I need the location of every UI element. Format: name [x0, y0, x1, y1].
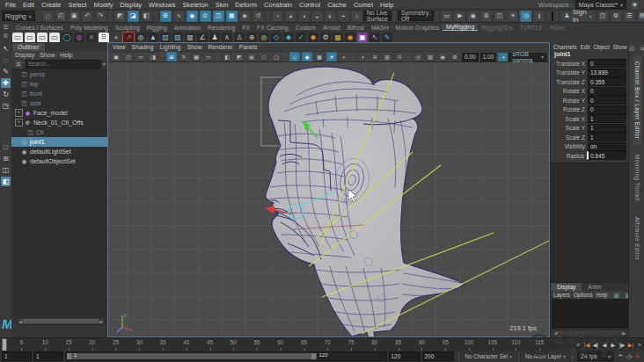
sphere-icon[interactable]: ◍	[74, 33, 84, 43]
animation-start-field[interactable]: 1	[2, 351, 32, 361]
outliner-item-ctl[interactable]: ◫Ctl	[11, 127, 107, 137]
menu-skin[interactable]: Skin	[212, 1, 232, 9]
menu-set-selector[interactable]: Rigging ▾	[2, 11, 35, 21]
lra-toggle-icon[interactable]: ⊕	[246, 33, 257, 43]
grid-toggle-icon[interactable]: ▦	[191, 52, 201, 62]
render-current-frame-icon[interactable]: ▶	[454, 11, 465, 22]
lattice-icon[interactable]: ⠿	[99, 33, 109, 43]
menu-comet[interactable]: Comet	[350, 1, 377, 9]
snap-curve-icon[interactable]: ∿	[173, 11, 185, 22]
pose-tool-icon[interactable]: ∧	[222, 33, 232, 43]
wireframe-icon[interactable]: ◇	[289, 52, 300, 62]
workspace-lock-icon[interactable]: ◈	[630, 0, 640, 10]
scroll-thumb[interactable]	[23, 319, 99, 323]
shelf-tab-rigging[interactable]: Rigging	[143, 25, 171, 31]
gamma-field[interactable]: 1.00	[480, 53, 497, 62]
construction-history-icon[interactable]: ◑	[298, 11, 310, 22]
layer-tab-anim[interactable]: Anim	[582, 283, 607, 291]
2d-pan-zoom-icon[interactable]: ⊞	[166, 52, 177, 62]
scale-tool-icon[interactable]: ◳	[1, 101, 11, 111]
channel-value-translate-x[interactable]: 0	[588, 59, 626, 68]
render-view-icon[interactable]: ▭	[441, 11, 452, 22]
hand-tool-icon[interactable]: ♙	[234, 33, 245, 43]
ipr-render-icon[interactable]: ◉	[467, 11, 479, 22]
layer-h-scrollbar[interactable]: ◀ ▶	[553, 329, 627, 337]
paint-skin-weights-icon[interactable]: ▧	[160, 33, 171, 43]
layer-list[interactable]	[552, 299, 628, 329]
shelf-tab-rendering[interactable]: Rendering	[204, 25, 238, 31]
layout-two-pane-icon[interactable]: ◫	[1, 165, 11, 175]
output-connections-icon[interactable]: ◕	[285, 11, 296, 22]
character-controls-icon[interactable]: ⚙	[611, 11, 622, 22]
shelf-tab-xgen[interactable]: XGen	[546, 25, 568, 31]
step-forward-frame-button[interactable]: |▶	[618, 342, 626, 348]
anim-layer-selector[interactable]: No Anim Layer ▾	[523, 353, 567, 359]
input-connections-icon[interactable]: ◔	[272, 11, 283, 22]
shelf-tab-mash[interactable]: MASH	[368, 25, 392, 31]
outliner-item-side[interactable]: ◫side	[11, 98, 107, 108]
step-forward-key-button[interactable]: ▶|	[626, 342, 635, 348]
hypershade-icon[interactable]: ◫	[494, 11, 505, 22]
play-backwards-button[interactable]: ◀	[600, 342, 609, 348]
check-icon[interactable]: ✓	[296, 33, 306, 43]
screen-space-ao-icon[interactable]: ◑	[357, 52, 368, 62]
shelf-button-4[interactable]: ▭	[49, 33, 60, 43]
snap-grid-icon[interactable]: ⊞	[160, 11, 172, 22]
menu-edit[interactable]: Edit	[19, 1, 38, 9]
symmetry-field[interactable]: Symmetry: Off	[398, 11, 434, 21]
channel-box-menu-edit[interactable]: Edit	[581, 44, 590, 50]
shaded-icon[interactable]: ◆	[302, 52, 312, 62]
move-tool-icon[interactable]: ✚	[1, 78, 11, 88]
search-input[interactable]: Search...	[26, 60, 101, 69]
gate-mask-icon[interactable]: ◩	[234, 52, 245, 62]
shelf-tab-poly-modeling[interactable]: Poly Modeling	[67, 25, 112, 31]
channel-value-translate-y[interactable]: 13.889	[588, 69, 626, 77]
history-icon[interactable]: ↺	[252, 11, 264, 22]
hammer-skin-weights-icon[interactable]: ▩	[185, 33, 195, 43]
viewport-menu-show[interactable]: Show	[187, 44, 201, 50]
live-surface-field[interactable]: No Live Surface	[363, 11, 392, 21]
playback-start-field[interactable]: 1	[33, 351, 63, 361]
channel-value-radius[interactable]: 0.645	[587, 151, 626, 160]
light-editor-icon[interactable]: ☀	[507, 11, 518, 22]
menu-constrain[interactable]: Constrain	[260, 1, 296, 9]
scroll-left-icon[interactable]: ◀	[18, 319, 22, 324]
character-set-selector[interactable]: No Character Set ▾	[464, 353, 514, 359]
connection-icon-5[interactable]: ◐	[325, 11, 336, 22]
add-joint-icon[interactable]: ◎	[259, 33, 269, 43]
control-create-icon[interactable]: ◇	[271, 33, 282, 43]
go-to-start-button[interactable]: «	[574, 342, 582, 348]
render-settings-icon[interactable]: ⚙	[480, 11, 492, 22]
bookmarks-icon[interactable]: ▭	[135, 52, 146, 62]
motion-blur-icon[interactable]: ≋	[370, 52, 380, 62]
current-time-marker[interactable]	[2, 338, 7, 351]
menu-control[interactable]: Control	[296, 1, 324, 9]
new-scene-icon[interactable]: □	[42, 11, 54, 22]
layout-four-pane-icon[interactable]: ⊞	[1, 154, 11, 163]
outliner-menu-display[interactable]: Display	[15, 52, 34, 58]
snap-point-icon[interactable]: ◉	[187, 11, 198, 22]
scroll-right-icon[interactable]: ▶	[99, 319, 103, 324]
control-parent-icon[interactable]: ◈	[283, 33, 294, 43]
menu-file[interactable]: File	[2, 1, 19, 9]
exposure-icon[interactable]: ⚙	[450, 52, 460, 62]
connection-icon-7[interactable]: ○	[351, 11, 362, 22]
right-tab-channel-box-layer-editor[interactable]: Channel Box / Layer Editor	[633, 55, 641, 145]
film-gate-icon[interactable]: ▭	[203, 52, 214, 62]
redo-icon[interactable]: ↷	[95, 11, 106, 22]
range-handle-right[interactable]	[311, 353, 316, 359]
outliner-h-scrollbar[interactable]: ◀ ▶	[17, 317, 105, 325]
shelf-button-1[interactable]: ▭	[12, 33, 23, 43]
outliner-item-front[interactable]: ◫front	[11, 89, 107, 98]
viewport-canvas[interactable]: 219.1 fps y	[108, 62, 549, 337]
open-scene-icon[interactable]: ◰	[55, 11, 67, 22]
menu-create[interactable]: Create	[38, 1, 65, 9]
layout-single-pane-icon[interactable]: □	[1, 142, 11, 152]
select-camera-icon[interactable]: ▣	[111, 52, 121, 62]
time-slider[interactable]: 5101520253035404550556065707580859095100…	[0, 337, 644, 351]
ik-handle-icon[interactable]: ⌗	[86, 33, 97, 43]
new-empty-layer-icon[interactable]: ▤	[612, 291, 621, 300]
save-scene-icon[interactable]: ▣	[69, 11, 80, 22]
depth-of-field-icon[interactable]: ⊙	[394, 52, 405, 62]
viewport-menu-view[interactable]: View	[113, 44, 126, 50]
